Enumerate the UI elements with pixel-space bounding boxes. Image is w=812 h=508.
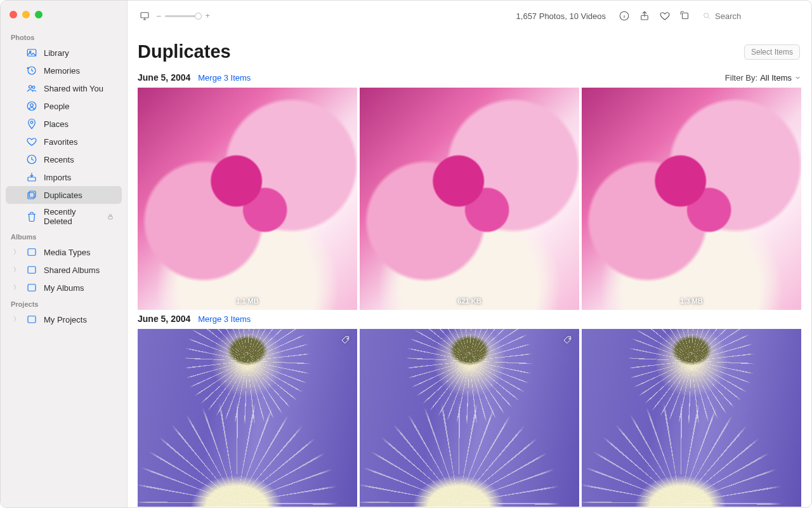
svg-rect-14 (28, 267, 36, 274)
svg-point-7 (30, 121, 33, 124)
slider-plus: + (206, 11, 210, 20)
share-icon[interactable] (638, 9, 652, 23)
sidebar-section-title: Albums (1, 229, 127, 243)
sidebar-item-duplicates[interactable]: Duplicates (6, 186, 122, 204)
clock-icon (26, 154, 37, 165)
select-items-button[interactable]: Select Items (744, 44, 800, 60)
photo-thumbnail[interactable] (360, 329, 579, 507)
rect-icon (26, 264, 37, 276)
svg-point-22 (347, 338, 348, 339)
sidebar-item-label: Imports (44, 173, 114, 182)
sidebar-item-places[interactable]: Places (6, 115, 122, 133)
sidebar-item-recently-deleted[interactable]: Recently Deleted (6, 204, 122, 229)
tag-icon (563, 335, 573, 345)
svg-rect-15 (28, 284, 36, 291)
rect-icon (26, 246, 37, 258)
svg-point-23 (569, 338, 570, 339)
sidebar-item-label: Recently Deleted (44, 207, 100, 226)
sidebar-item-label: Recents (44, 155, 114, 164)
sidebar-item-label: Shared with You (44, 84, 114, 93)
window-controls (1, 4, 127, 30)
sidebar-item-favorites[interactable]: Favorites (6, 133, 122, 150)
sidebar-item-label: Media Types (44, 248, 114, 257)
trash-icon (26, 211, 37, 222)
svg-point-6 (30, 104, 34, 107)
chevron-right-icon: 〉 (13, 315, 20, 324)
main-area: – + 1,657 Photos, 10 Videos Duplicates S… (128, 1, 811, 507)
duplicate-group-row: 1.1 MB621 KB1.3 MB (138, 88, 801, 310)
sidebar-item-my-albums[interactable]: 〉My Albums (6, 279, 122, 297)
sidebar: PhotosLibraryMemoriesShared with YouPeop… (1, 1, 128, 507)
group-date: June 5, 2004 (138, 72, 190, 83)
photo-thumbnail[interactable] (582, 329, 801, 507)
svg-rect-20 (683, 13, 688, 19)
sidebar-item-label: Shared Albums (44, 265, 114, 275)
favorite-icon[interactable] (658, 9, 672, 23)
toolbar: – + 1,657 Photos, 10 Videos (128, 1, 811, 31)
photo-rect-icon (26, 47, 37, 58)
sidebar-item-label: Memories (44, 66, 114, 76)
slider-minus: – (157, 11, 161, 20)
people-duo-icon (26, 83, 37, 94)
close-window-button[interactable] (10, 11, 17, 18)
photo-thumbnail[interactable]: 621 KB (360, 88, 579, 310)
duplicate-group-row (138, 329, 801, 507)
sidebar-item-label: Places (44, 119, 114, 129)
tag-icon (341, 335, 351, 345)
sidebar-item-library[interactable]: Library (6, 44, 122, 62)
search-input[interactable] (715, 11, 797, 21)
rect-icon (26, 282, 37, 293)
svg-point-21 (704, 13, 709, 18)
chevron-down-icon (794, 74, 801, 81)
chevron-right-icon: 〉 (13, 265, 20, 274)
rotate-icon[interactable] (678, 9, 692, 23)
tray-down-icon (26, 171, 37, 183)
file-size-badge: 1.3 MB (680, 297, 702, 305)
page-title: Duplicates (138, 41, 231, 62)
svg-point-3 (29, 86, 32, 89)
svg-rect-17 (141, 13, 148, 18)
search-field[interactable] (698, 10, 801, 23)
sidebar-item-label: Duplicates (44, 190, 114, 200)
photo-thumbnail[interactable]: 1.3 MB (582, 88, 801, 310)
minimize-window-button[interactable] (22, 11, 30, 18)
filter-by-dropdown[interactable]: Filter By: All Items (725, 73, 801, 83)
sidebar-item-memories[interactable]: Memories (6, 62, 122, 79)
sidebar-item-my-projects[interactable]: 〉My Projects (6, 311, 122, 328)
sidebar-section-title: Photos (1, 30, 127, 44)
photo-thumbnail[interactable] (138, 329, 357, 507)
thumbnail-size-slider[interactable]: – + (157, 11, 210, 20)
svg-rect-16 (28, 316, 36, 323)
sidebar-item-label: Favorites (44, 137, 114, 147)
svg-point-4 (32, 86, 35, 89)
search-icon (702, 11, 711, 20)
sidebar-item-label: My Projects (44, 315, 114, 324)
sidebar-item-people[interactable]: People (6, 97, 122, 115)
sidebar-item-shared-with-you[interactable]: Shared with You (6, 79, 122, 97)
photo-thumbnail[interactable]: 1.1 MB (138, 88, 357, 310)
sidebar-section-title: Projects (1, 297, 127, 311)
sidebar-item-imports[interactable]: Imports (6, 168, 122, 186)
chevron-right-icon: 〉 (13, 248, 20, 257)
svg-rect-12 (108, 217, 112, 220)
chevron-right-icon: 〉 (13, 283, 20, 292)
sparkle-clock-icon (26, 65, 37, 76)
file-size-badge: 1.1 MB (236, 297, 258, 305)
merge-items-link[interactable]: Merge 3 Items (198, 73, 251, 83)
sidebar-item-label: People (44, 102, 114, 111)
pin-icon (26, 118, 37, 130)
duplicate-group-header: June 5, 2004Merge 3 ItemsFilter By: All … (138, 69, 801, 88)
file-size-badge: 621 KB (457, 297, 481, 305)
sidebar-item-media-types[interactable]: 〉Media Types (6, 243, 122, 261)
rect-icon (26, 314, 37, 325)
svg-rect-9 (28, 177, 36, 181)
merge-items-link[interactable]: Merge 3 Items (198, 314, 251, 324)
sidebar-item-shared-albums[interactable]: 〉Shared Albums (6, 261, 122, 279)
svg-rect-13 (28, 249, 36, 256)
sidebar-item-label: Library (44, 48, 114, 58)
heart-icon (26, 136, 37, 147)
sidebar-item-recents[interactable]: Recents (6, 150, 122, 168)
aspect-toggle-icon[interactable] (138, 9, 152, 23)
zoom-window-button[interactable] (35, 11, 43, 18)
info-icon[interactable] (617, 9, 631, 23)
